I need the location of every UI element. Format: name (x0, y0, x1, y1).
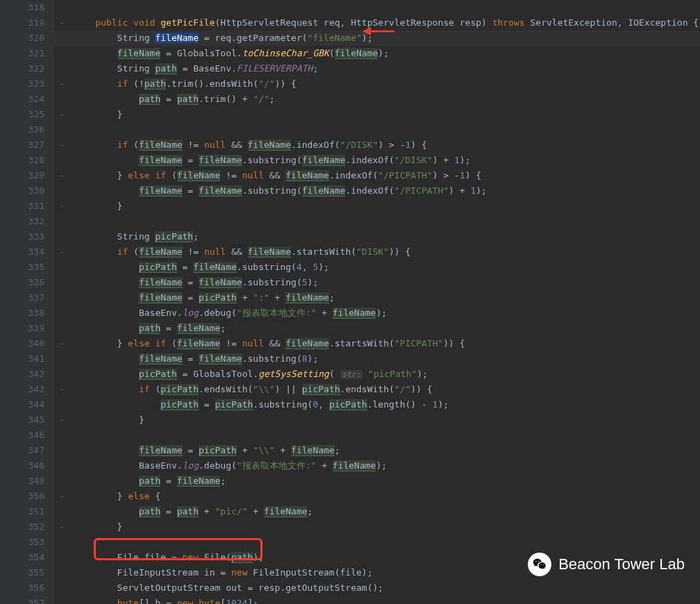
code-content[interactable] (69, 122, 74, 137)
fold-expand-icon[interactable]: − (60, 412, 63, 428)
code-content[interactable]: } (69, 107, 122, 122)
line-number[interactable]: 323 (0, 76, 54, 92)
line-number[interactable]: 356 (0, 580, 54, 596)
code-line[interactable]: 355 FileInputStream in = new FileInputSt… (0, 565, 700, 580)
code-content[interactable]: public void getPicFile(HttpServletReques… (69, 15, 699, 31)
line-number[interactable]: 345 (0, 412, 54, 428)
line-number[interactable]: 344 (0, 397, 54, 412)
code-content[interactable]: if (picPath.endsWith("\\") || picPath.en… (69, 382, 433, 397)
code-line[interactable]: 343− if (picPath.endsWith("\\") || picPa… (0, 382, 700, 397)
code-line[interactable]: 337 fileName = picPath + ":" + fileName; (0, 290, 700, 305)
fold-collapse-icon[interactable]: − (60, 244, 63, 260)
line-number[interactable]: 318 (0, 0, 54, 15)
code-content[interactable]: path = fileName; (69, 321, 226, 336)
line-number[interactable]: 335 (0, 260, 54, 275)
code-content[interactable]: } (69, 199, 122, 214)
code-content[interactable]: picPath = picPath.substring(0, picPath.l… (69, 397, 449, 412)
code-content[interactable]: FileInputStream in = new FileInputStream… (69, 565, 372, 580)
code-content[interactable]: } (69, 412, 144, 428)
code-line[interactable]: 328 fileName = fileName.substring(fileNa… (0, 153, 700, 168)
line-number[interactable]: 339 (0, 321, 54, 336)
fold-gutter[interactable]: − (54, 107, 69, 122)
code-content[interactable]: } else if (fileName != null && fileName.… (69, 336, 465, 351)
line-number[interactable]: 351 (0, 504, 54, 519)
line-number[interactable]: 331 (0, 199, 54, 214)
code-line[interactable]: 326 (0, 122, 700, 137)
fold-gutter[interactable]: − (54, 336, 69, 351)
code-editor[interactable]: 318319− public void getPicFile(HttpServl… (0, 0, 700, 604)
line-number[interactable]: 337 (0, 290, 54, 305)
fold-collapse-icon[interactable]: − (60, 168, 63, 183)
line-number[interactable]: 346 (0, 428, 54, 443)
line-number[interactable]: 350 (0, 489, 54, 504)
fold-collapse-icon[interactable]: − (60, 15, 63, 31)
line-number[interactable]: 326 (0, 122, 54, 137)
code-line[interactable]: 352− } (0, 519, 700, 535)
code-content[interactable]: String picPath; (69, 229, 199, 244)
line-number[interactable]: 348 (0, 458, 54, 473)
line-number[interactable]: 353 (0, 535, 54, 550)
line-number[interactable]: 357 (0, 596, 54, 604)
code-content[interactable]: fileName = fileName.substring(fileName.i… (69, 153, 470, 168)
code-content[interactable]: if (fileName != null && fileName.startsW… (69, 244, 410, 260)
code-line[interactable]: 324 path = path.trim() + "/"; (0, 92, 700, 107)
line-number[interactable]: 334 (0, 244, 54, 260)
fold-expand-icon[interactable]: − (60, 107, 63, 122)
line-number[interactable]: 355 (0, 565, 54, 580)
code-line[interactable]: 344 picPath = picPath.substring(0, picPa… (0, 397, 700, 412)
line-number[interactable]: 347 (0, 443, 54, 458)
fold-expand-icon[interactable]: − (60, 519, 63, 535)
code-content[interactable]: ServletOutputStream out = resp.getOutput… (69, 580, 383, 596)
code-content[interactable]: path = path + "pic/" + fileName; (69, 504, 312, 519)
line-number[interactable]: 327 (0, 137, 54, 153)
code-line[interactable]: 357 byte[] b = new byte[1024]; (0, 596, 700, 604)
code-content[interactable]: fileName = fileName.substring(8); (69, 351, 318, 367)
code-content[interactable]: } else if (fileName != null && fileName.… (69, 168, 481, 183)
code-line[interactable]: 345− } (0, 412, 700, 428)
fold-gutter[interactable]: − (54, 244, 69, 260)
code-line[interactable]: 356 ServletOutputStream out = resp.getOu… (0, 580, 700, 596)
code-content[interactable]: path = path.trim() + "/"; (69, 92, 275, 107)
code-content[interactable]: fileName = picPath + ":" + fileName; (69, 290, 335, 305)
line-number[interactable]: 329 (0, 168, 54, 183)
code-line[interactable]: 333 String picPath; (0, 229, 700, 244)
fold-collapse-icon[interactable]: − (60, 489, 63, 504)
code-content[interactable] (69, 0, 74, 15)
code-line[interactable]: 332 (0, 214, 700, 229)
fold-gutter[interactable]: − (54, 137, 69, 153)
fold-collapse-icon[interactable]: − (60, 382, 63, 397)
code-line[interactable]: 341 fileName = fileName.substring(8); (0, 351, 700, 367)
line-number[interactable]: 354 (0, 550, 54, 565)
code-line[interactable]: 320 String fileName = req.getParameter("… (0, 31, 700, 46)
code-content[interactable]: if (fileName != null && fileName.indexOf… (69, 137, 427, 153)
code-line[interactable]: 323− if (!path.trim().endsWith("/")) { (0, 76, 700, 92)
fold-gutter[interactable]: − (54, 168, 69, 183)
code-content[interactable]: picPath = fileName.substring(4, 5); (69, 260, 329, 275)
code-line[interactable]: 353 (0, 535, 700, 550)
code-line[interactable]: 349 path = fileName; (0, 473, 700, 489)
fold-collapse-icon[interactable]: − (60, 137, 63, 153)
line-number[interactable]: 352 (0, 519, 54, 535)
line-number[interactable]: 342 (0, 367, 54, 382)
code-line[interactable]: 334− if (fileName != null && fileName.st… (0, 244, 700, 260)
line-number[interactable]: 332 (0, 214, 54, 229)
code-line[interactable]: 340− } else if (fileName != null && file… (0, 336, 700, 351)
code-line[interactable]: 350− } else { (0, 489, 700, 504)
line-number[interactable]: 321 (0, 46, 54, 61)
line-number[interactable]: 319 (0, 15, 54, 31)
fold-gutter[interactable]: − (54, 519, 69, 535)
line-number[interactable]: 336 (0, 275, 54, 290)
code-content[interactable]: } else { (69, 489, 160, 504)
code-line[interactable]: 347 fileName = picPath + "\\" + fileName… (0, 443, 700, 458)
code-line[interactable]: 322 String path = BaseEnv.FILESERVERPATH… (0, 61, 700, 76)
line-number[interactable]: 324 (0, 92, 54, 107)
code-content[interactable]: File file = new File(path); (69, 550, 264, 565)
fold-collapse-icon[interactable]: − (60, 336, 63, 351)
code-line[interactable]: 348 BaseEnv.log.debug("报表取本地文件:" + fileN… (0, 458, 700, 473)
code-line[interactable]: 327− if (fileName != null && fileName.in… (0, 137, 700, 153)
code-content[interactable] (69, 535, 74, 550)
code-line[interactable]: 346 (0, 428, 700, 443)
code-content[interactable]: BaseEnv.log.debug("报表取本地文件:" + fileName)… (69, 458, 387, 473)
line-number[interactable]: 322 (0, 61, 54, 76)
code-content[interactable]: String fileName = req.getParameter("file… (69, 31, 373, 46)
